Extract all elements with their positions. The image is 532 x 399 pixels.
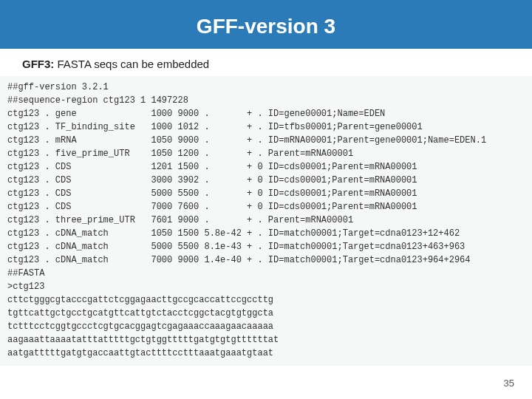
subtitle-text: FASTA seqs can be embedded xyxy=(54,58,209,70)
subtitle-label: GFF3: xyxy=(22,58,54,70)
page-number: 35 xyxy=(504,378,514,389)
gff-code-block: ##gff-version 3.2.1 ##sequence-region ct… xyxy=(0,76,532,366)
subtitle-line: GFF3: FASTA seqs can be embedded xyxy=(0,49,532,76)
page-title: GFF-version 3 xyxy=(0,0,532,49)
